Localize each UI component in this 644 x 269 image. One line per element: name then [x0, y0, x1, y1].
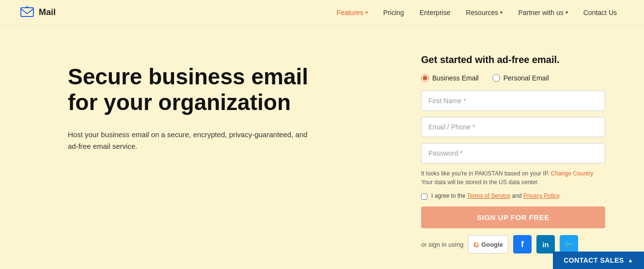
- social-prefix-text: or sign in using: [421, 241, 463, 248]
- nav-item-features[interactable]: Features ▾: [329, 0, 376, 25]
- twitter-icon: 🐦: [564, 240, 574, 249]
- nav-item-enterprise[interactable]: Enterprise: [412, 0, 458, 25]
- logo-text: Mail: [39, 7, 56, 17]
- email-type-radio-group: Business Email Personal Email: [421, 74, 605, 82]
- nav-item-partner[interactable]: Partner with us ▾: [510, 0, 575, 25]
- personal-email-radio-label[interactable]: Personal Email: [492, 74, 549, 82]
- navbar: Mail Features ▾ Pricing Enterprise Resou…: [0, 0, 644, 25]
- privacy-policy-link[interactable]: Privacy Policy: [523, 192, 559, 199]
- nav-links: Features ▾ Pricing Enterprise Resources …: [329, 0, 625, 25]
- business-email-radio-label[interactable]: Business Email: [421, 74, 479, 82]
- nav-item-resources[interactable]: Resources ▾: [458, 0, 510, 25]
- terms-checkbox[interactable]: [421, 193, 427, 200]
- nav-item-contact[interactable]: Contact Us: [576, 0, 625, 25]
- password-input[interactable]: [421, 143, 605, 163]
- location-notice: It looks like you're in PAKISTAN based o…: [421, 169, 605, 187]
- svg-rect-0: [21, 8, 33, 16]
- facebook-icon: f: [521, 239, 524, 250]
- first-name-input[interactable]: [421, 91, 605, 111]
- hero-section: Secure business email for your organizat…: [68, 54, 392, 152]
- terms-of-service-link[interactable]: Terms of Service: [467, 192, 510, 199]
- partner-chevron-icon: ▾: [565, 0, 568, 25]
- features-chevron-icon: ▾: [365, 0, 368, 25]
- google-signin-button[interactable]: G Google: [468, 235, 508, 253]
- email-phone-input[interactable]: [421, 117, 605, 137]
- signup-form-panel: Get started with ad-free email. Business…: [421, 54, 605, 253]
- nav-item-pricing[interactable]: Pricing: [376, 0, 412, 25]
- hero-subtitle: Host your business email on a secure, en…: [68, 129, 320, 152]
- facebook-signin-button[interactable]: f: [513, 235, 532, 253]
- google-g-icon: G: [473, 240, 479, 249]
- main-container: Secure business email for your organizat…: [0, 25, 644, 269]
- change-country-link[interactable]: Change Country: [551, 170, 593, 177]
- business-email-radio[interactable]: [421, 74, 429, 82]
- personal-email-radio[interactable]: [492, 74, 500, 82]
- contact-sales-chevron-icon: ▲: [628, 257, 633, 263]
- mail-logo-icon: [19, 4, 35, 21]
- hero-title: Secure business email for your organizat…: [68, 64, 392, 115]
- form-title: Get started with ad-free email.: [421, 54, 605, 65]
- nav-logo[interactable]: Mail: [19, 4, 56, 21]
- twitter-signin-button[interactable]: 🐦: [560, 235, 578, 253]
- contact-sales-bar[interactable]: CONTACT SALES ▲: [553, 252, 644, 269]
- linkedin-signin-button[interactable]: in: [536, 235, 555, 253]
- signup-button[interactable]: SIGN UP FOR FREE: [421, 206, 605, 228]
- linkedin-icon: in: [542, 240, 549, 249]
- resources-chevron-icon: ▾: [500, 0, 503, 25]
- social-signin-row: or sign in using G Google f in 🐦: [421, 235, 605, 253]
- contact-sales-label: CONTACT SALES: [564, 256, 624, 264]
- terms-checkbox-row: I agree to the Terms of Service and Priv…: [421, 192, 605, 200]
